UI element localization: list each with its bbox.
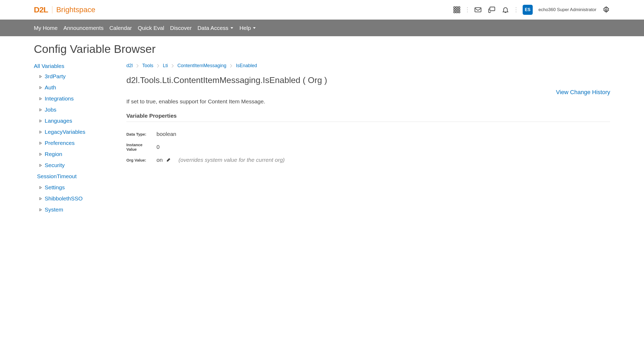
sidebar-item-jobs[interactable]: Jobs xyxy=(34,104,116,115)
sidebar-item-sessiontimeout[interactable]: SessionTimeout xyxy=(34,171,116,182)
nav-calendar[interactable]: Calendar xyxy=(109,25,132,31)
sidebar-item-label: Region xyxy=(45,151,62,157)
sidebar-item-region[interactable]: Region xyxy=(34,149,116,160)
sidebar-item-settings[interactable]: Settings xyxy=(34,182,116,193)
messages-icon[interactable] xyxy=(488,6,496,14)
svg-rect-7 xyxy=(456,11,458,13)
sidebar-item-integrations[interactable]: Integrations xyxy=(34,93,116,104)
svg-rect-5 xyxy=(458,9,460,11)
svg-rect-13 xyxy=(490,7,495,11)
nav-my-home[interactable]: My Home xyxy=(34,25,58,31)
sidebar-item-shibbolethsso[interactable]: ShibbolethSSO xyxy=(34,193,116,204)
brand[interactable]: D2L Brightspace xyxy=(34,5,95,14)
content-area: All Variables 3rdParty Auth Integrations… xyxy=(0,59,644,226)
prop-instance-value: Instance Value 0 xyxy=(126,140,610,154)
nav-discover[interactable]: Discover xyxy=(170,25,192,31)
bell-icon[interactable] xyxy=(502,6,509,14)
tree-caret-icon xyxy=(39,97,42,100)
svg-rect-4 xyxy=(456,9,458,11)
sidebar-item-languages[interactable]: Languages xyxy=(34,115,116,126)
page-title: Config Variable Browser xyxy=(0,36,644,59)
breadcrumb: d2l Tools Lti ContentItemMessaging IsEna… xyxy=(126,61,610,74)
section-heading: Variable Properties xyxy=(126,113,610,122)
sidebar-item-label: Languages xyxy=(45,118,72,124)
sidebar-item-legacyvariables[interactable]: LegacyVariables xyxy=(34,126,116,137)
svg-rect-2 xyxy=(458,7,460,8)
user-name[interactable]: echo360 Super Administrator xyxy=(539,7,596,12)
mail-icon[interactable] xyxy=(474,6,482,14)
gear-icon[interactable] xyxy=(602,6,610,14)
crumb-d2l[interactable]: d2l xyxy=(126,63,133,68)
nav-announcements[interactable]: Announcements xyxy=(63,25,104,31)
svg-rect-3 xyxy=(454,9,455,11)
chevron-right-icon xyxy=(136,64,139,68)
sidebar-item-3rdparty[interactable]: 3rdParty xyxy=(34,71,116,82)
svg-point-17 xyxy=(605,9,607,11)
tree-caret-icon xyxy=(39,142,42,145)
variable-title: d2l.Tools.Lti.ContentItemMessaging.IsEna… xyxy=(126,74,610,89)
svg-rect-12 xyxy=(475,8,481,12)
svg-rect-8 xyxy=(458,11,460,13)
prop-data-type: Data Type: boolean xyxy=(126,128,610,140)
sidebar-item-system[interactable]: System xyxy=(34,204,116,215)
sidebar-item-label: Preferences xyxy=(45,140,75,146)
tree-caret-icon xyxy=(39,197,42,200)
sidebar-item-label: Jobs xyxy=(45,107,56,113)
brand-short: D2L xyxy=(34,5,48,14)
sidebar-item-preferences[interactable]: Preferences xyxy=(34,137,116,149)
edit-icon[interactable] xyxy=(166,158,171,162)
top-bar: D2L Brightspace xyxy=(0,0,644,20)
svg-rect-6 xyxy=(454,11,455,13)
crumb-isenabled[interactable]: IsEnabled xyxy=(236,63,257,68)
tree-caret-icon xyxy=(39,208,42,211)
sidebar-item-label: Integrations xyxy=(45,95,74,102)
sidebar-item-label: SessionTimeout xyxy=(37,173,77,180)
svg-point-15 xyxy=(516,10,516,10)
svg-point-14 xyxy=(516,7,516,8)
svg-point-11 xyxy=(467,12,468,12)
sidebar-item-label: 3rdParty xyxy=(45,73,66,80)
chevron-down-icon xyxy=(252,25,256,31)
crumb-contentitemmessaging[interactable]: ContentItemMessaging xyxy=(177,63,226,68)
nav-help[interactable]: Help xyxy=(240,25,256,31)
app-switcher-icon[interactable] xyxy=(453,6,461,14)
sidebar-root[interactable]: All Variables xyxy=(34,61,116,71)
tree-caret-icon xyxy=(39,86,42,89)
prop-label: Org Value: xyxy=(126,158,153,162)
tree-caret-icon xyxy=(39,186,42,189)
tree-caret-icon xyxy=(39,131,42,134)
tree-caret-icon xyxy=(39,108,42,111)
prop-label: Instance Value xyxy=(126,143,153,151)
svg-point-9 xyxy=(467,7,468,8)
nav-data-access[interactable]: Data Access xyxy=(197,25,234,31)
chevron-down-icon xyxy=(230,25,234,31)
crumb-tools[interactable]: Tools xyxy=(142,63,153,68)
view-change-history-link[interactable]: View Change History xyxy=(556,89,610,96)
main: d2l Tools Lti ContentItemMessaging IsEna… xyxy=(126,61,610,215)
prop-label: Data Type: xyxy=(126,132,153,136)
sidebar-item-label: Security xyxy=(45,162,65,168)
prop-value: 0 xyxy=(157,144,160,150)
crumb-lti[interactable]: Lti xyxy=(163,63,168,68)
sidebar-item-label: System xyxy=(45,206,63,213)
nav-bar: My Home Announcements Calendar Quick Eva… xyxy=(0,20,644,36)
separator-dots-icon xyxy=(467,7,468,13)
sidebar-item-label: Settings xyxy=(45,184,65,191)
tree-caret-icon xyxy=(39,75,42,78)
prop-value: boolean xyxy=(157,131,176,137)
svg-rect-0 xyxy=(454,7,455,8)
sidebar-item-security[interactable]: Security xyxy=(34,160,116,171)
sidebar-item-auth[interactable]: Auth xyxy=(34,82,116,93)
svg-point-16 xyxy=(516,12,516,12)
brand-divider xyxy=(52,6,52,13)
brand-name: Brightspace xyxy=(56,6,95,14)
svg-point-10 xyxy=(467,10,468,10)
separator-dots-icon xyxy=(515,7,517,13)
prop-org-value: Org Value: on (overrides system value fo… xyxy=(126,154,610,166)
sidebar-item-label: LegacyVariables xyxy=(45,129,85,135)
svg-rect-1 xyxy=(456,7,458,8)
nav-quick-eval[interactable]: Quick Eval xyxy=(138,25,164,31)
chevron-right-icon xyxy=(157,64,159,68)
user-avatar[interactable]: ES xyxy=(523,5,533,15)
prop-note: (overrides system value for the current … xyxy=(178,157,284,163)
